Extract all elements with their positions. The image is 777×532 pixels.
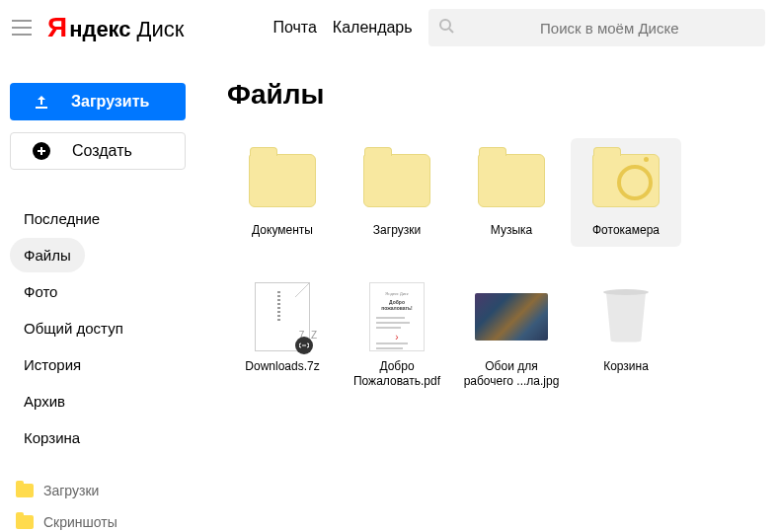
shared-link-icon	[295, 337, 313, 354]
folder-icon	[363, 154, 430, 207]
folder-camera[interactable]: Фотокамера	[571, 138, 681, 247]
file-wallpaper-jpg[interactable]: Обои для рабочего ...ла.jpg	[456, 274, 567, 398]
file-welcome-pdf[interactable]: Яндекс Диск Добро пожаловать! › Добро По…	[342, 274, 452, 398]
search-field[interactable]	[428, 9, 765, 46]
folder-icon	[16, 515, 34, 529]
item-label: Обои для рабочего ...ла.jpg	[460, 359, 563, 390]
logo-letter: Я	[47, 12, 67, 43]
item-label: Downloads.7z	[231, 359, 334, 375]
sidebar-folder-downloads[interactable]: Загрузки	[10, 475, 217, 506]
image-thumbnail	[475, 293, 548, 341]
item-label: Загрузки	[346, 223, 448, 239]
create-button[interactable]: Создать	[10, 132, 186, 170]
trash-folder[interactable]: Корзина	[571, 274, 681, 398]
item-label: Фотокамера	[575, 223, 677, 239]
search-input[interactable]	[464, 20, 755, 37]
logo-brand: ндекс	[69, 17, 130, 42]
trash-icon	[603, 289, 649, 344]
sidebar-item-photos[interactable]: Фото	[10, 274, 71, 309]
folder-music[interactable]: Музыка	[456, 138, 567, 247]
header: Я ндекс Диск Почта Календарь	[0, 0, 777, 55]
svg-line-1	[449, 29, 453, 33]
camera-folder-icon	[592, 154, 660, 207]
main-content: Файлы Документы Загрузки Музыка Фотокаме…	[227, 55, 777, 532]
search-icon	[438, 18, 454, 38]
sidebar-folders: Загрузки Скриншоты	[10, 475, 217, 532]
hamburger-menu-icon[interactable]	[12, 20, 32, 36]
sidebar-folder-screenshots[interactable]: Скриншоты	[10, 506, 217, 532]
header-nav: Почта Календарь	[272, 19, 412, 37]
sidebar-item-files[interactable]: Файлы	[10, 238, 85, 272]
upload-button[interactable]: Загрузить	[10, 83, 186, 120]
sidebar-item-trash[interactable]: Корзина	[10, 420, 94, 455]
folder-documents[interactable]: Документы	[227, 138, 338, 247]
folder-downloads[interactable]: Загрузки	[342, 138, 452, 247]
folder-icon	[16, 484, 34, 497]
item-label: Добро Пожаловать.pdf	[346, 359, 448, 390]
file-downloads-7z[interactable]: 7 Z Downloads.7z	[227, 274, 338, 398]
nav-mail[interactable]: Почта	[272, 19, 316, 37]
item-label: Музыка	[460, 223, 563, 239]
sidebar: Загрузить Создать Последние Файлы Фото О…	[0, 55, 227, 532]
upload-icon	[34, 94, 49, 110]
upload-label: Загрузить	[71, 93, 149, 111]
nav-calendar[interactable]: Календарь	[333, 19, 413, 37]
item-label: Корзина	[575, 359, 677, 375]
sidebar-item-recent[interactable]: Последние	[10, 201, 114, 236]
logo[interactable]: Я ндекс Диск	[47, 12, 184, 43]
folder-icon	[478, 154, 545, 207]
folder-label: Скриншоты	[43, 514, 117, 530]
folder-icon	[249, 154, 316, 207]
page-title: Файлы	[227, 79, 777, 111]
sidebar-item-history[interactable]: История	[10, 347, 95, 382]
archive-file-icon: 7 Z	[255, 282, 310, 351]
sidebar-item-shared[interactable]: Общий доступ	[10, 311, 137, 345]
file-grid: Документы Загрузки Музыка Фотокамера	[227, 138, 777, 398]
logo-product: Диск	[137, 17, 185, 42]
folder-label: Загрузки	[43, 483, 99, 498]
sidebar-item-archive[interactable]: Архив	[10, 384, 79, 418]
svg-point-0	[440, 20, 450, 30]
create-label: Создать	[72, 142, 132, 160]
item-label: Документы	[231, 223, 334, 239]
plus-circle-icon	[33, 142, 50, 160]
pdf-file-icon: Яндекс Диск Добро пожаловать! ›	[369, 282, 425, 351]
sidebar-nav: Последние Файлы Фото Общий доступ Истори…	[10, 201, 217, 457]
